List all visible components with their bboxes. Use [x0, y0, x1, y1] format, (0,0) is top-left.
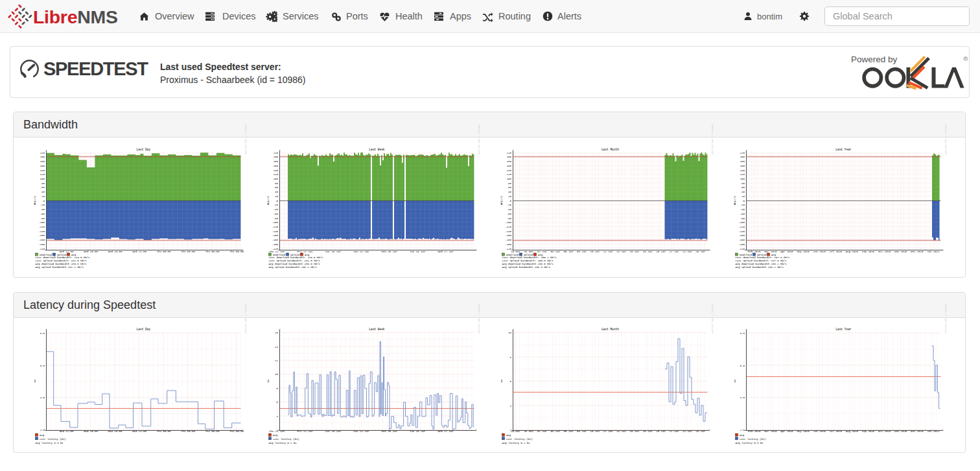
- svg-text:Thu 00:00: Thu 00:00: [157, 430, 171, 433]
- svg-text:RRDTOOL / TOBI OETIKER: RRDTOOL / TOBI OETIKER: [244, 304, 247, 334]
- svg-text:8.0: 8.0: [740, 332, 745, 335]
- svg-text:Avg: Avg: [40, 434, 45, 437]
- svg-text:RRDTOOL / TOBI OETIKER: RRDTOOL / TOBI OETIKER: [478, 304, 480, 334]
- svg-text:ms: ms: [267, 379, 270, 382]
- svg-text:Avg: Avg: [506, 434, 511, 437]
- svg-text:26 Jan: 26 Jan: [695, 430, 705, 433]
- svg-text:20 Jan: 20 Jan: [656, 430, 666, 433]
- svg-text:Last latency (ms): Last latency (ms): [506, 438, 533, 441]
- svg-text:14: 14: [275, 346, 278, 348]
- svg-text:Oct 2020: Oct 2020: [878, 430, 891, 433]
- svg-text:08 Jan: 08 Jan: [577, 430, 587, 433]
- svg-text:Last latency (ms): Last latency (ms): [740, 438, 766, 441]
- svg-text:Thu 03:00: Thu 03:00: [181, 430, 195, 433]
- svg-text:Jul 2020: Jul 2020: [830, 430, 843, 433]
- svg-text:Last latency (ms): Last latency (ms): [40, 438, 66, 441]
- svg-text:ms: ms: [734, 379, 736, 382]
- svg-text:Apr 2020: Apr 2020: [780, 430, 793, 433]
- svg-text:Last Year: Last Year: [835, 328, 852, 331]
- svg-text:12 Jan: 12 Jan: [603, 430, 613, 433]
- svg-text:Avg latency 3.3 ms: Avg latency 3.3 ms: [35, 442, 64, 444]
- svg-text:ms: ms: [500, 379, 503, 382]
- svg-text:Last latency (ms): Last latency (ms): [273, 438, 299, 441]
- svg-text:Wed 21:00: Wed 21:00: [132, 430, 146, 433]
- svg-text:Avg latency 5.1 ms: Avg latency 5.1 ms: [502, 442, 530, 444]
- svg-text:2.0: 2.0: [40, 429, 45, 431]
- svg-text:2.0: 2.0: [740, 429, 745, 431]
- svg-text:Feb 2020: Feb 2020: [748, 430, 761, 433]
- svg-text:10 Jan: 10 Jan: [590, 430, 600, 433]
- svg-text:8: 8: [276, 387, 278, 390]
- svg-text:Wed 12:00: Wed 12:00: [60, 430, 74, 433]
- svg-text:22 Jan: 22 Jan: [670, 430, 679, 433]
- svg-text:Avg: Avg: [273, 434, 278, 437]
- svg-text:14 Jan: 14 Jan: [616, 430, 626, 433]
- svg-text:04 Jan: 04 Jan: [550, 430, 560, 433]
- svg-text:31 Dec: 31 Dec: [524, 430, 534, 433]
- svg-text:Jan 2021: Jan 2021: [927, 430, 940, 433]
- svg-text:Tue 26 Jan: Tue 26 Jan: [410, 430, 426, 433]
- svg-text:6: 6: [509, 380, 511, 383]
- svg-text:Last Day: Last Day: [137, 328, 151, 331]
- svg-text:Jun 2020: Jun 2020: [813, 430, 826, 433]
- svg-text:Sat 23 Jan: Sat 23 Jan: [325, 430, 342, 433]
- svg-text:Avg: Avg: [740, 434, 745, 437]
- svg-text:Aug 2020: Aug 2020: [846, 430, 859, 433]
- svg-text:29 Dec: 29 Dec: [511, 430, 520, 433]
- svg-text:8: 8: [509, 356, 511, 359]
- svg-text:6.0: 6.0: [740, 365, 745, 367]
- svg-text:Thu 21 Jan: Thu 21 Jan: [269, 430, 285, 433]
- svg-text:RRDTOOL / TOBI OETIKER: RRDTOOL / TOBI OETIKER: [944, 304, 947, 334]
- svg-text:Fri 22 Jan: Fri 22 Jan: [297, 430, 313, 433]
- svg-text:Last Week: Last Week: [369, 328, 385, 331]
- svg-text:24 Jan: 24 Jan: [682, 430, 692, 433]
- svg-text:Wed 15:00: Wed 15:00: [84, 430, 98, 433]
- svg-text:6: 6: [276, 401, 278, 404]
- svg-text:Dec 2020: Dec 2020: [911, 430, 924, 433]
- svg-text:Mon 25 Jan: Mon 25 Jan: [382, 430, 398, 433]
- svg-text:May 2020: May 2020: [797, 430, 810, 433]
- svg-text:Sun 24 Jan: Sun 24 Jan: [353, 430, 369, 433]
- svg-text:Thu 09:00: Thu 09:00: [229, 430, 244, 433]
- svg-text:10: 10: [275, 373, 278, 376]
- svg-text:Wed 18:00: Wed 18:00: [108, 430, 122, 433]
- svg-text:4: 4: [509, 405, 511, 407]
- svg-text:6.0: 6.0: [40, 365, 45, 367]
- svg-text:8.0: 8.0: [40, 332, 45, 335]
- svg-text:16: 16: [275, 332, 278, 334]
- svg-text:Thu 06:00: Thu 06:00: [205, 430, 220, 433]
- svg-text:12: 12: [275, 359, 278, 362]
- svg-text:4: 4: [276, 415, 278, 418]
- svg-text:Wed 27 Jan: Wed 27 Jan: [438, 430, 454, 433]
- svg-text:ms: ms: [34, 379, 36, 382]
- svg-text:18 Jan: 18 Jan: [643, 430, 653, 433]
- svg-text:Mar 2020: Mar 2020: [764, 430, 777, 433]
- svg-text:RRDTOOL / TOBI OETIKER: RRDTOOL / TOBI OETIKER: [711, 304, 714, 334]
- svg-text:16 Jan: 16 Jan: [629, 430, 639, 433]
- svg-text:4.0: 4.0: [40, 396, 45, 399]
- svg-text:Nov 2020: Nov 2020: [894, 430, 907, 433]
- svg-text:Sep 2020: Sep 2020: [862, 430, 875, 433]
- svg-text:02 Jan: 02 Jan: [537, 430, 547, 433]
- svg-text:Last Month: Last Month: [601, 328, 619, 331]
- svg-text:10: 10: [508, 332, 511, 334]
- svg-text:Avg latency 5.3 ms: Avg latency 5.3 ms: [735, 442, 764, 444]
- svg-text:4.0: 4.0: [740, 396, 745, 399]
- svg-text:06 Jan: 06 Jan: [564, 430, 574, 433]
- svg-text:Avg latency 5.1 ms: Avg latency 5.1 ms: [268, 442, 297, 444]
